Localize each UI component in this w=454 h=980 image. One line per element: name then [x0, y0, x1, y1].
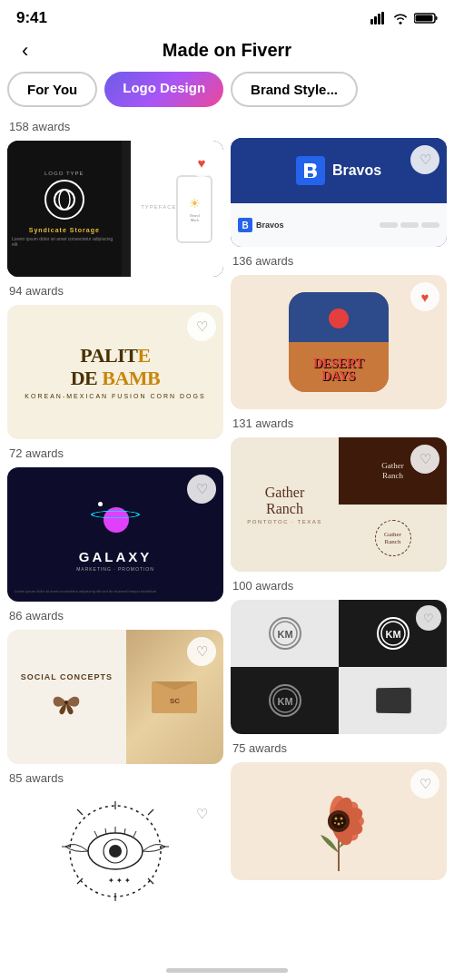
svg-point-46 — [340, 818, 343, 820]
svg-line-23 — [105, 828, 106, 834]
svg-text:KM: KM — [277, 629, 292, 640]
social-card[interactable]: SOCIAL CONCEPTS — [7, 630, 223, 764]
gather-main: GatherRanch PONTOTOC · TEXAS — [231, 437, 339, 572]
page-title: Made on Fiverr — [163, 40, 291, 61]
palite-card[interactable]: PALITE DE BAMB KOREAN-MEXICAN FUSION COR… — [7, 305, 223, 439]
desert-card[interactable]: DESERT DAYS ♥ — [231, 275, 447, 409]
tab-bar: For You Logo Design Brand Style... — [0, 72, 454, 118]
bravos-top: Bravos — [231, 138, 447, 203]
tab-brand-style[interactable]: Brand Style... — [231, 72, 358, 107]
desert-text: DESERT DAYS — [289, 358, 389, 383]
syndicate-card[interactable]: LOGO TYPE Syndicate Storage Lorem ipsum … — [7, 141, 223, 277]
km-bottom-right — [339, 667, 447, 734]
battery-icon — [414, 12, 438, 24]
social-left-panel: SOCIAL CONCEPTS — [7, 630, 126, 764]
galaxy-heart-btn[interactable]: ♡ — [187, 475, 216, 504]
social-awards: 85 awards — [7, 771, 223, 785]
left-column: 158 awards LOGO TYPE Syndicate Storage — [7, 118, 223, 910]
floral-svg — [284, 767, 393, 876]
desert-line2: DAYS — [289, 370, 389, 383]
status-time: 9:41 — [16, 9, 47, 27]
syndicate-logo-circle — [44, 180, 84, 220]
svg-point-48 — [334, 822, 336, 824]
svg-line-25 — [124, 828, 125, 834]
tab-logo-design[interactable]: Logo Design — [104, 72, 223, 107]
svg-rect-6 — [436, 16, 438, 20]
envelope-flap — [152, 681, 197, 698]
km-heart-btn[interactable]: ♡ — [416, 605, 441, 631]
content-grid: 158 awards LOGO TYPE Syndicate Storage — [0, 118, 454, 910]
svg-point-21 — [109, 845, 122, 858]
gather-logo-text: GatherRanch PONTOTOC · TEXAS — [247, 485, 321, 524]
phone-sun-icon: ☀ — [189, 196, 201, 211]
bravos-small-icon: B — [238, 218, 252, 232]
eye-ornament-svg: ✦ ✦ ✦ — [43, 797, 188, 906]
palite-heart-btn[interactable]: ♡ — [187, 312, 216, 341]
phone-mockup: ☀ BrandMark — [176, 175, 212, 243]
svg-point-44 — [331, 814, 346, 828]
social-name: SOCIAL CONCEPTS — [21, 672, 113, 681]
galaxy-awards: 86 awards — [7, 609, 223, 622]
bravos-bottom-logo: B Bravos — [238, 218, 284, 232]
bravos-name-small: Bravos — [256, 220, 284, 230]
svg-text:✦ ✦ ✦: ✦ ✦ ✦ — [108, 877, 131, 885]
galaxy-copy-text: Lorem ipsum dolor sit amet consectetur a… — [15, 589, 216, 594]
floral-heart-btn[interactable]: ♡ — [410, 769, 439, 799]
social-butterfly-icon — [50, 689, 83, 716]
tab-for-you[interactable]: For You — [7, 72, 97, 107]
km-card[interactable]: KM KM ♡ — [231, 600, 447, 734]
syndicate-awards-after: 94 awards — [7, 284, 223, 298]
phone-sub-text: BrandMark — [190, 213, 200, 222]
svg-line-15 — [77, 809, 83, 815]
km-logo-light: KM — [269, 617, 301, 650]
svg-point-45 — [335, 818, 338, 820]
syndicate-logo-icon — [53, 188, 76, 211]
syndicate-left-panel: LOGO TYPE Syndicate Storage Lorem ipsum … — [7, 141, 122, 277]
bravos-card[interactable]: Bravos B Bravos ♡ — [231, 138, 447, 247]
gather-card[interactable]: GatherRanch PONTOTOC · TEXAS GatherRanch… — [231, 437, 447, 572]
syndicate-sub: Lorem ipsum dolor sit amet consectetur a… — [12, 236, 117, 248]
svg-rect-2 — [378, 14, 380, 24]
social-logo-icon — [50, 689, 83, 721]
desert-heart-btn[interactable]: ♥ — [410, 282, 439, 311]
km-logo-svg: KM — [271, 620, 299, 647]
km-circle-dark: KM — [377, 617, 410, 650]
bravos-dots — [380, 222, 439, 228]
social-heart-btn[interactable]: ♡ — [187, 637, 216, 666]
gather-heart-btn[interactable]: ♡ — [410, 445, 439, 474]
km-awards: 75 awards — [231, 741, 447, 755]
galaxy-card[interactable]: GALAXY MARKETING · PROMOTION Lorem ipsum… — [7, 467, 223, 602]
galaxy-planet — [93, 498, 138, 544]
envelope-text: SC — [170, 697, 180, 705]
svg-point-8 — [59, 190, 70, 210]
desert-line1: DESERT — [289, 358, 389, 370]
right-column: Bravos B Bravos ♡ 136 awards — [231, 118, 447, 910]
gather-awards: 100 awards — [231, 579, 447, 593]
logo-type-label: LOGO TYPE — [44, 171, 84, 176]
svg-line-16 — [148, 809, 153, 815]
gather-circle-text: GatherRanch — [384, 531, 401, 545]
bravos-dot-1 — [380, 222, 398, 228]
floral-card[interactable]: ♡ — [231, 762, 447, 880]
km-dark-logo-svg: KM — [380, 620, 407, 647]
galaxy-ring — [91, 510, 140, 517]
bravos-dot-3 — [421, 222, 439, 228]
svg-rect-1 — [374, 16, 377, 24]
bravos-heart-btn[interactable]: ♡ — [410, 145, 439, 174]
km-card-mockup — [376, 688, 411, 714]
svg-line-26 — [133, 831, 136, 837]
eye-heart-btn[interactable]: ♡ — [187, 799, 216, 828]
typeface-label: TYPEFACE — [141, 204, 176, 210]
status-icons — [370, 12, 438, 24]
eye-card[interactable]: ✦ ✦ ✦ ♡ — [7, 792, 223, 910]
gather-bottom-right: GatherRanch — [339, 505, 447, 572]
back-button[interactable]: ‹ — [15, 35, 35, 66]
svg-rect-0 — [370, 19, 373, 24]
km-bottom-left: KM — [231, 667, 339, 734]
syndicate-awards-before: 158 awards — [7, 120, 223, 133]
svg-point-9 — [64, 701, 68, 704]
svg-text:KM: KM — [385, 629, 400, 640]
desert-awards: 131 awards — [231, 416, 447, 430]
palite-subtitle: KOREAN-MEXICAN FUSION CORN DOGS — [25, 393, 205, 399]
syndicate-heart-btn[interactable]: ♥ — [187, 148, 216, 177]
